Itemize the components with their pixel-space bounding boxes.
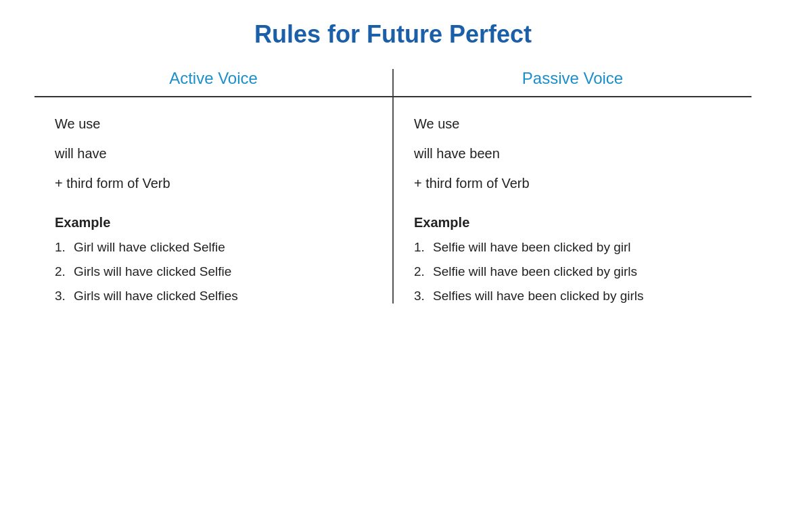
active-example-label: Example [55, 215, 372, 231]
passive-voice-header: Passive Voice [394, 69, 752, 96]
active-rules-cell: We use will have + third form of Verb [34, 97, 394, 193]
active-rule-2: will have [55, 143, 372, 164]
active-example-list: 1. Girl will have clicked Selfie 2. Girl… [55, 240, 372, 304]
active-example-item-1: 1. Girl will have clicked Selfie [55, 240, 372, 255]
active-voice-header: Active Voice [34, 69, 394, 96]
passive-examples-cell: Example 1. Selfie will have been clicked… [394, 193, 752, 304]
passive-rule-2: will have been [414, 143, 731, 164]
active-example-item-2: 2. Girls will have clicked Selfie [55, 264, 372, 279]
passive-example-item-1: 1. Selfie will have been clicked by girl [414, 240, 731, 255]
passive-example-item-2: 2. Selfie will have been clicked by girl… [414, 264, 731, 279]
active-example-item-3: 3. Girls will have clicked Selfies [55, 289, 372, 304]
passive-example-list: 1. Selfie will have been clicked by girl… [414, 240, 731, 304]
passive-rule-1: We use [414, 114, 731, 134]
passive-rules-cell: We use will have been + third form of Ve… [394, 97, 752, 193]
passive-example-item-3: 3. Selfies will have been clicked by gir… [414, 289, 731, 304]
active-examples-cell: Example 1. Girl will have clicked Selfie… [34, 193, 394, 304]
active-rule-3: + third form of Verb [55, 173, 372, 193]
page-title: Rules for Future Perfect [254, 20, 532, 49]
active-rule-1: We use [55, 114, 372, 134]
passive-rule-3: + third form of Verb [414, 173, 731, 193]
passive-example-label: Example [414, 215, 731, 231]
